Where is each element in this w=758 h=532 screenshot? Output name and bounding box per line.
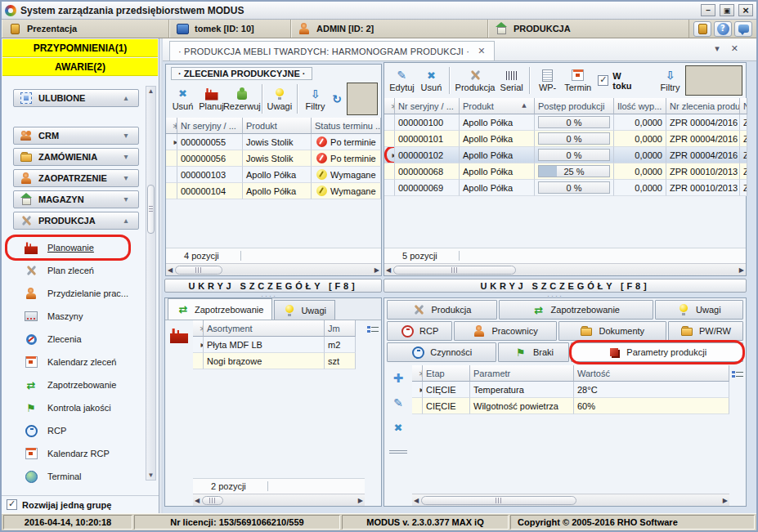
cell-product[interactable]: Apollo Półka	[460, 131, 535, 147]
tab-parametry-produkcji[interactable]: Parametry produkcji	[571, 342, 743, 362]
cell-progress[interactable]: 0 %	[535, 147, 614, 163]
col-header-param[interactable]: Parametr	[470, 365, 574, 382]
cell-stage[interactable]: CIĘCIE	[423, 382, 470, 398]
col-header-stage[interactable]: Etap	[423, 365, 470, 382]
cell-unit[interactable]: m2	[325, 337, 356, 353]
cell-serial[interactable]: 000000068	[395, 163, 460, 180]
expand-one-group-checkbox[interactable]	[7, 499, 17, 510]
tab-czynnosci[interactable]: Czynności	[387, 342, 496, 362]
module-button[interactable]: PRODUKCJA	[488, 20, 689, 38]
demand-hscrollbar[interactable]: ◀ ▶	[193, 494, 365, 506]
cell-value[interactable]: 28°C	[574, 382, 729, 398]
reserve-button[interactable]: Rezerwuj	[227, 86, 258, 113]
cell-serial[interactable]: 000000056	[177, 150, 243, 167]
params-hscrollbar[interactable]: ◀ ▶	[412, 494, 729, 506]
col-header-next[interactable]: N	[740, 98, 747, 114]
tab-pracownicy[interactable]: Pracownicy	[454, 321, 556, 341]
tab-zapotrzebowanie[interactable]: Zapotrzebowanie	[168, 298, 272, 320]
sidebar-item-plan-zlecen[interactable]: Plan zleceń	[2, 259, 159, 282]
column-chooser-icon[interactable]	[731, 369, 744, 382]
cell-param[interactable]: Temperatura	[470, 382, 574, 398]
scroll-right-icon[interactable]: ▶	[358, 497, 363, 504]
tab-uwagi-detail[interactable]: Uwagi	[655, 300, 743, 320]
refresh-icon[interactable]	[330, 92, 343, 105]
scroll-thumb[interactable]	[393, 266, 516, 275]
sidebar-item-terminal[interactable]: Terminal	[2, 465, 159, 488]
cell-product[interactable]: Apollo Półka	[460, 180, 535, 196]
schedule-hscrollbar[interactable]: ◀ ▶	[384, 263, 746, 275]
scroll-thumb[interactable]	[202, 496, 223, 505]
sidebar-item-kalendarz-rcp[interactable]: Kalendarz RCP	[2, 442, 159, 465]
close-button[interactable]	[738, 4, 753, 16]
cell-product[interactable]: Jowis Stolik	[243, 150, 312, 167]
cell-status[interactable]: Wymagane	[312, 167, 381, 183]
scroll-left-icon[interactable]: ◀	[386, 266, 391, 274]
tab-zapotrzebowanie-detail[interactable]: Zapotrzebowanie	[499, 300, 653, 320]
add-icon[interactable]	[392, 372, 405, 385]
delete-button[interactable]: Usuń	[169, 86, 196, 113]
tab-harmonogram-produkcji[interactable]: · PRODUKCJA MEBLI TWARDYCH: HARMONOGRAM …	[169, 41, 495, 60]
cell-qty[interactable]: 0,0000	[614, 131, 666, 147]
cell-serial[interactable]: 000000102	[395, 147, 460, 163]
cell-order[interactable]: ZPR 00010/2013	[666, 180, 740, 196]
serial-button[interactable]: Serial	[498, 67, 525, 94]
sidebar-group-crm[interactable]: CRM	[13, 127, 139, 145]
tab-dokumenty[interactable]: Dokumenty	[558, 321, 666, 341]
cell-param[interactable]: Wilgotność powietrza	[470, 398, 574, 414]
indicator-header[interactable]	[384, 98, 395, 114]
cell-progress[interactable]: 0 %	[535, 180, 614, 196]
cell-order[interactable]: ZPR 00004/2016	[666, 114, 740, 131]
filters-button[interactable]: Filtry	[302, 86, 329, 113]
tab-dropdown-icon[interactable]: ▾	[715, 43, 720, 54]
sidebar-item-kontrola-jakosci[interactable]: Kontrola jakości	[2, 396, 159, 419]
cell-next[interactable]: Z	[740, 180, 747, 196]
tab-close-icon[interactable]: ✕	[478, 46, 485, 56]
alert-failures[interactable]: AWARIE(2)	[2, 58, 158, 76]
tab-rcp[interactable]: RCP	[387, 321, 452, 341]
cell-order[interactable]: ZPR 00004/2016	[666, 131, 740, 147]
help-button[interactable]	[714, 21, 732, 37]
sidebar-group-produkcja[interactable]: PRODUKCJA	[13, 212, 139, 230]
expand-one-group-row[interactable]: Rozwijaj jedną grupę	[2, 495, 159, 513]
orders-hscrollbar[interactable]: ◀ ▶	[166, 263, 381, 275]
chat-button[interactable]	[734, 21, 752, 37]
col-header-product[interactable]: Produkt	[460, 98, 535, 114]
sidebar-item-przydzielanie[interactable]: Przydzielanie prac...	[2, 282, 159, 305]
production-button[interactable]: Produkcja	[454, 67, 496, 94]
cell-qty[interactable]: 0,0000	[614, 163, 666, 180]
scroll-up-icon[interactable]: ▲	[148, 87, 155, 95]
tabs-close-icon[interactable]: ✕	[731, 43, 738, 54]
notes-button[interactable]: Uwagi	[266, 86, 293, 113]
cell-serial[interactable]: 000000069	[395, 180, 460, 196]
hide-details-button-left[interactable]: UKRYJ SZCZEGÓŁY [F8]	[164, 279, 382, 293]
sidebar-item-kalendarz-zlecen[interactable]: Kalendarz zleceń	[2, 351, 159, 373]
tab-uwagi[interactable]: Uwagi	[274, 300, 335, 320]
in-progress-filter[interactable]: W toku	[598, 71, 640, 91]
col-header-product[interactable]: Produkt	[243, 118, 312, 134]
cell-status[interactable]: Po terminie	[312, 134, 381, 150]
cell-next[interactable]: Z	[740, 114, 747, 131]
scroll-right-icon[interactable]: ▶	[723, 497, 728, 504]
sidebar-group-zamowienia[interactable]: ZAMÓWIENIA	[13, 148, 139, 166]
filters-button[interactable]: Filtry	[657, 67, 684, 94]
in-progress-checkbox[interactable]	[598, 75, 608, 86]
cell-serial[interactable]: 000000100	[395, 114, 460, 131]
col-header-progress[interactable]: Postęp produkcji	[535, 98, 614, 114]
term-button[interactable]: Termin	[563, 67, 593, 94]
wp-button[interactable]: WP-	[534, 67, 561, 94]
presentation-button[interactable]: Prezentacja	[2, 20, 169, 38]
scroll-left-icon[interactable]: ◀	[414, 497, 419, 504]
cell-serial[interactable]: 000000104	[177, 183, 243, 199]
cell-product[interactable]: Apollo Półka	[243, 183, 312, 199]
cell-assortment[interactable]: Nogi brązowe	[204, 353, 325, 369]
cell-order[interactable]: ZPR 00004/2016	[666, 147, 740, 163]
tab-braki[interactable]: Braki	[498, 342, 569, 362]
cell-status[interactable]: Po terminie	[312, 150, 381, 167]
sidebar-item-zlecenia[interactable]: Zlecenia	[2, 328, 159, 351]
cell-status[interactable]: Wymagane	[312, 183, 381, 199]
maximize-button[interactable]	[720, 4, 734, 16]
edit-button[interactable]: Edytuj	[388, 67, 416, 94]
cell-value[interactable]: 60%	[574, 398, 729, 414]
sidebar-item-rcp[interactable]: RCP	[2, 419, 159, 442]
delete-button[interactable]: Usuń	[418, 67, 445, 94]
